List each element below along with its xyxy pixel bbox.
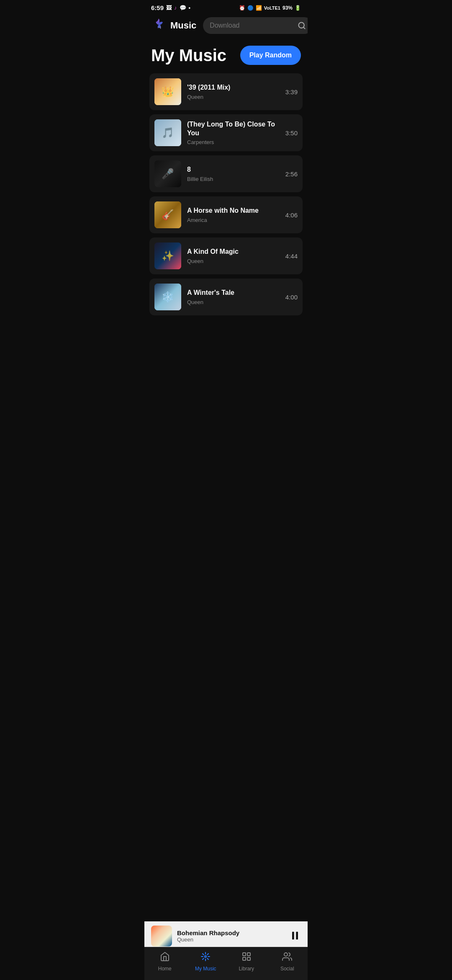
search-bar[interactable]	[203, 17, 308, 34]
app-header: Music	[144, 14, 308, 39]
song-artwork: 🎵	[154, 119, 181, 146]
svg-line-1	[303, 27, 305, 29]
header-left: Music	[151, 17, 196, 34]
status-time: 6:59	[151, 4, 164, 11]
bluetooth-icon: 🔵	[247, 5, 254, 11]
song-artist: Queen	[187, 94, 280, 100]
status-right: ⏰ 🔵 📶 VoLTE1 93% 🔋	[239, 5, 301, 11]
song-card[interactable]: ❄️ A Winter's Tale Queen 4:00	[149, 279, 303, 315]
search-input[interactable]	[210, 22, 293, 29]
song-duration: 3:50	[285, 129, 298, 137]
whatsapp-icon: 💬	[180, 5, 186, 11]
song-artist: Carpenters	[187, 139, 280, 145]
svg-text:❄️: ❄️	[162, 291, 174, 303]
song-title: '39 (2011 Mix)	[187, 83, 280, 92]
svg-text:🎵: 🎵	[162, 126, 174, 139]
song-duration: 4:44	[285, 253, 298, 260]
song-artist: Billie Eilish	[187, 176, 280, 182]
battery-icon: 🔋	[295, 5, 301, 11]
app-title: Music	[170, 20, 196, 31]
song-artwork: 👑	[154, 78, 181, 105]
song-artist: America	[187, 217, 280, 223]
song-title: A Winter's Tale	[187, 289, 280, 297]
status-left: 6:59 🖼 ♪ 💬 •	[151, 4, 190, 11]
play-random-button[interactable]: Play Random	[240, 46, 301, 65]
music-status-icon: ♪	[174, 5, 177, 11]
song-duration: 2:56	[285, 170, 298, 178]
song-duration: 4:00	[285, 294, 298, 301]
status-bar: 6:59 🖼 ♪ 💬 • ⏰ 🔵 📶 VoLTE1 93% 🔋	[144, 0, 308, 14]
page-title: My Music	[151, 46, 226, 65]
svg-text:👑: 👑	[162, 85, 174, 98]
song-info: A Kind Of Magic Queen	[187, 248, 280, 264]
alarm-icon: ⏰	[239, 5, 245, 11]
song-card[interactable]: ✨ A Kind Of Magic Queen 4:44	[149, 237, 303, 274]
song-artist: Queen	[187, 299, 280, 305]
signal-icon: VoLTE1	[264, 5, 280, 10]
svg-text:🎸: 🎸	[162, 209, 174, 221]
song-artwork: ✨	[154, 242, 181, 269]
wifi-icon: 📶	[256, 5, 262, 11]
song-title: (They Long To Be) Close To You	[187, 120, 280, 138]
song-title: A Kind Of Magic	[187, 248, 280, 256]
song-title: 8	[187, 165, 280, 174]
song-duration: 4:06	[285, 211, 298, 219]
song-info: '39 (2011 Mix) Queen	[187, 83, 280, 100]
search-icon	[298, 21, 306, 30]
battery-text: 93%	[282, 5, 293, 11]
song-artwork: ❄️	[154, 284, 181, 310]
song-info: A Horse with No Name America	[187, 206, 280, 223]
song-artist: Queen	[187, 258, 280, 264]
song-card[interactable]: 🎤 8 Billie Eilish 2:56	[149, 155, 303, 192]
svg-text:✨: ✨	[162, 250, 174, 262]
song-artwork: 🎸	[154, 201, 181, 228]
song-card[interactable]: 👑 '39 (2011 Mix) Queen 3:39	[149, 73, 303, 110]
song-artwork: 🎤	[154, 160, 181, 187]
dot-indicator: •	[189, 5, 191, 11]
song-info: A Winter's Tale Queen	[187, 289, 280, 305]
app-logo-icon	[151, 17, 166, 34]
page-title-section: My Music Play Random	[144, 39, 308, 73]
song-info: 8 Billie Eilish	[187, 165, 280, 182]
song-info: (They Long To Be) Close To You Carpenter…	[187, 120, 280, 146]
photo-icon: 🖼	[166, 5, 172, 11]
svg-text:🎤: 🎤	[162, 168, 174, 180]
song-duration: 3:39	[285, 88, 298, 95]
song-card[interactable]: 🎵 (They Long To Be) Close To You Carpent…	[149, 114, 303, 151]
song-card[interactable]: 🎸 A Horse with No Name America 4:06	[149, 196, 303, 233]
song-list: 👑 '39 (2011 Mix) Queen 3:39	[144, 73, 308, 315]
song-title: A Horse with No Name	[187, 206, 280, 215]
